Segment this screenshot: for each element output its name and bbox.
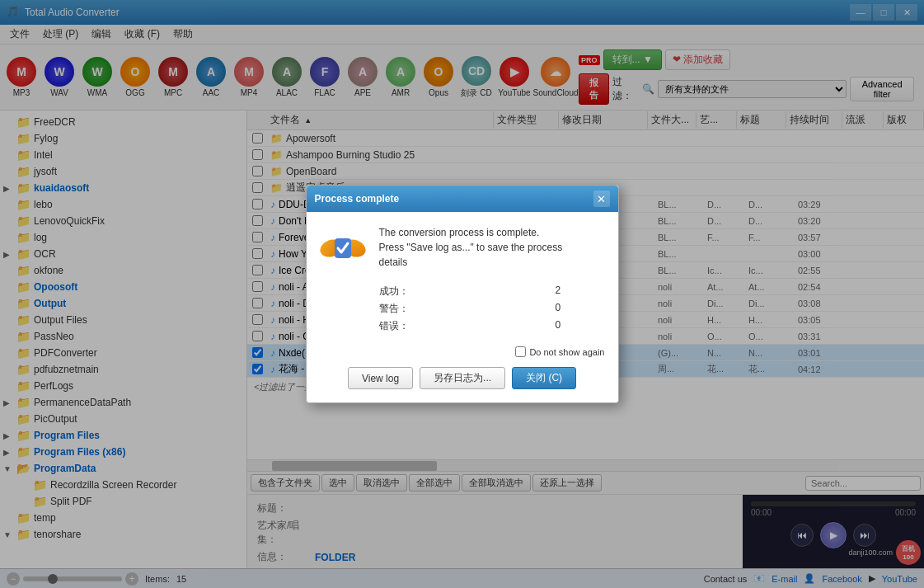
modal-icon <box>320 225 366 271</box>
view-log-button[interactable]: View log <box>348 367 413 389</box>
modal-buttons: View log 另存日志为... 关闭 (C) <box>320 367 605 389</box>
modal-title: Process complete <box>315 193 400 205</box>
modal-body: The conversion process is complete. Pres… <box>307 212 618 402</box>
save-log-button[interactable]: 另存日志为... <box>420 367 505 389</box>
close-modal-button[interactable]: 关闭 (C) <box>512 367 576 389</box>
modal-message: The conversion process is complete. Pres… <box>379 225 563 270</box>
do-not-show-label: Do not show again <box>529 347 604 357</box>
modal-title-bar: Process complete ✕ <box>307 186 618 212</box>
modal-icon-row: The conversion process is complete. Pres… <box>320 225 605 271</box>
do-not-show-checkbox[interactable] <box>515 346 526 357</box>
process-complete-modal: Process complete ✕ <box>306 185 619 403</box>
modal-overlay: Process complete ✕ <box>0 0 924 588</box>
modal-checkbox-row: Do not show again <box>320 346 605 357</box>
modal-stats: 成功： 2 警告： 0 错误： 0 <box>379 285 605 333</box>
modal-close-button[interactable]: ✕ <box>593 191 610 207</box>
